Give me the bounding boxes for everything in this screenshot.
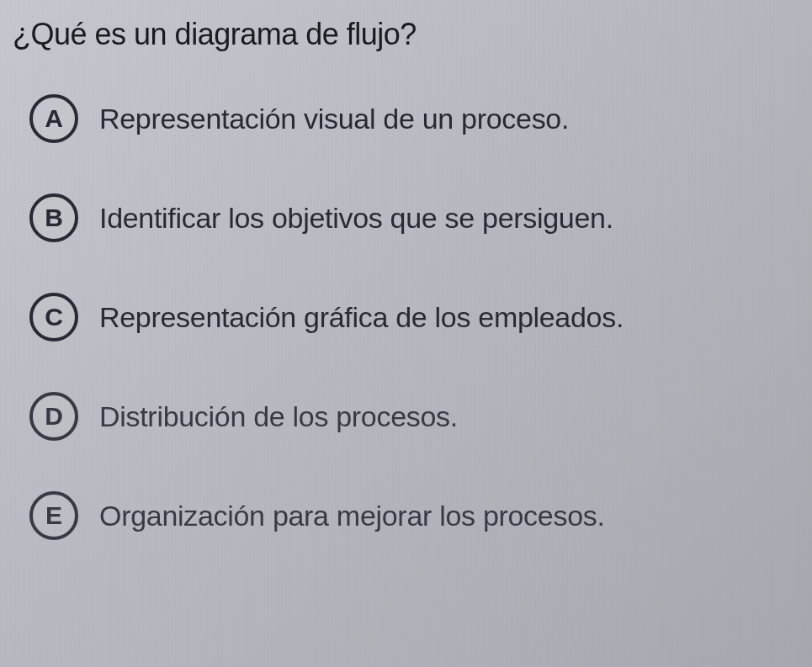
option-a[interactable]: A Representación visual de un proceso. bbox=[29, 94, 799, 143]
option-text: Representación visual de un proceso. bbox=[99, 103, 569, 135]
options-container: A Representación visual de un proceso. B… bbox=[13, 94, 799, 540]
option-text: Organización para mejorar los procesos. bbox=[99, 500, 605, 532]
option-letter-circle: B bbox=[29, 193, 78, 242]
option-d[interactable]: D Distribución de los procesos. bbox=[29, 392, 799, 441]
option-letter-circle: E bbox=[29, 491, 78, 540]
option-c[interactable]: C Representación gráfica de los empleado… bbox=[29, 293, 799, 341]
option-letter-circle: C bbox=[29, 293, 78, 341]
option-text: Distribución de los procesos. bbox=[99, 400, 458, 433]
option-e[interactable]: E Organización para mejorar los procesos… bbox=[29, 491, 799, 540]
option-letter: B bbox=[45, 204, 63, 232]
question-text: ¿Qué es un diagrama de flujo? bbox=[13, 17, 799, 52]
option-letter: C bbox=[45, 303, 63, 331]
option-letter: E bbox=[45, 501, 62, 530]
option-letter: D bbox=[45, 402, 63, 431]
option-letter-circle: D bbox=[29, 392, 78, 441]
option-b[interactable]: B Identificar los objetivos que se persi… bbox=[29, 193, 799, 242]
option-letter-circle: A bbox=[29, 94, 78, 143]
option-text: Representación gráfica de los empleados. bbox=[99, 301, 624, 334]
option-text: Identificar los objetivos que se persigu… bbox=[99, 202, 613, 235]
option-letter: A bbox=[45, 104, 63, 133]
